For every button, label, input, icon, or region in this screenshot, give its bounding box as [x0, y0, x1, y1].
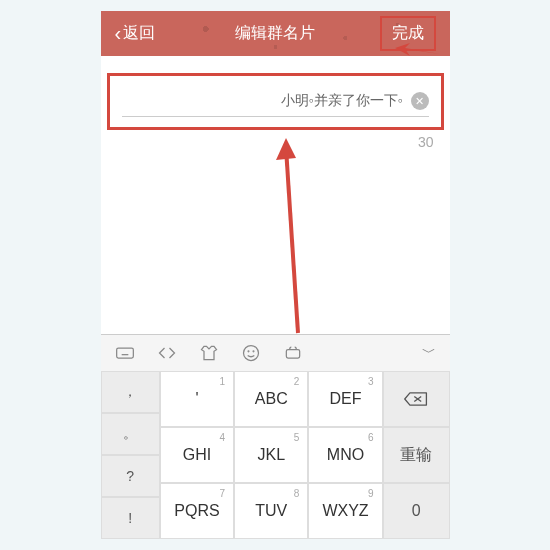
code-icon[interactable] — [157, 343, 177, 363]
key-![interactable]: ! — [101, 497, 160, 539]
shirt-icon[interactable] — [199, 343, 219, 363]
smile-icon[interactable] — [241, 343, 261, 363]
done-label: 完成 — [392, 24, 424, 41]
done-button[interactable]: 完成 — [380, 16, 436, 51]
key-JKL[interactable]: JKL5 — [234, 427, 308, 483]
key-0[interactable]: 0 — [383, 483, 450, 539]
key-'[interactable]: '1 — [160, 371, 234, 427]
back-button[interactable]: ‹ 返回 — [115, 22, 156, 45]
key-MNO[interactable]: MNO6 — [308, 427, 382, 483]
chevron-left-icon: ‹ — [115, 22, 122, 45]
svg-point-7 — [248, 351, 249, 352]
svg-point-8 — [253, 351, 254, 352]
key-TUV[interactable]: TUV8 — [234, 483, 308, 539]
backspace-key[interactable] — [383, 371, 450, 427]
key-重输[interactable]: 重输 — [383, 427, 450, 483]
header: ‹ 返回 编辑群名片 完成 — [101, 11, 450, 56]
keyboard-icon[interactable] — [115, 343, 135, 363]
key-，[interactable]: ， — [101, 371, 160, 413]
svg-point-6 — [243, 346, 258, 361]
key-DEF[interactable]: DEF3 — [308, 371, 382, 427]
char-counter: 30 — [101, 130, 450, 150]
svg-rect-0 — [116, 348, 133, 358]
key-ABC[interactable]: ABC2 — [234, 371, 308, 427]
keyboard: ﹀ ，。?!'1ABC2DEF3GHI4JKL5MNO6PQRS7TUV8WXY… — [101, 334, 450, 539]
key-WXYZ[interactable]: WXYZ9 — [308, 483, 382, 539]
back-label: 返回 — [123, 23, 155, 44]
nickname-input[interactable]: 小明◦并亲了你一下◦ — [281, 92, 403, 110]
svg-rect-9 — [286, 350, 299, 358]
misc-icon[interactable] — [283, 343, 303, 363]
input-highlight-box: 小明◦并亲了你一下◦ ✕ — [107, 73, 444, 130]
clear-icon[interactable]: ✕ — [411, 92, 429, 110]
key-?[interactable]: ? — [101, 455, 160, 497]
key-。[interactable]: 。 — [101, 413, 160, 455]
key-GHI[interactable]: GHI4 — [160, 427, 234, 483]
chevron-down-icon[interactable]: ﹀ — [422, 344, 436, 362]
key-PQRS[interactable]: PQRS7 — [160, 483, 234, 539]
